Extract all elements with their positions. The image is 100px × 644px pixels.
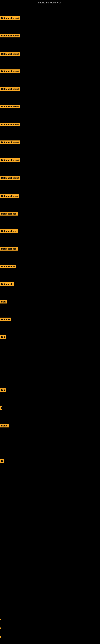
result-bar xyxy=(0,636,1,638)
bottleneck-result-label: Bottleneck result xyxy=(0,105,20,108)
bottleneck-result-label: Bottleneck result xyxy=(0,140,20,144)
result-bar xyxy=(0,619,1,620)
bottleneck-result-label: Bottleneck result xyxy=(0,87,20,91)
bottleneck-result-label: Bottl xyxy=(0,300,7,304)
site-title: TheBottlenecker.com xyxy=(0,0,100,5)
bottleneck-result-label: Bottle xyxy=(0,424,9,428)
bottleneck-result-label: Bottleneck res xyxy=(0,229,18,233)
bottleneck-result-label: Bottleneck re xyxy=(0,265,16,268)
bottleneck-result-label: Bottleneck result xyxy=(0,16,20,20)
bottleneck-result-label: Bottleneck resu xyxy=(0,194,19,198)
bottleneck-result-label: Bottleneck res xyxy=(0,212,18,216)
result-bar xyxy=(0,628,1,629)
bottleneck-result-label: Bot xyxy=(0,335,6,339)
bottleneck-result-label: Bottleneck result xyxy=(0,52,20,56)
bottleneck-result-label: Bottlene xyxy=(0,318,11,321)
bottleneck-result-label: Bo xyxy=(0,459,4,463)
bottleneck-result-label: Bottleneck result xyxy=(0,70,20,73)
bottleneck-result-label: Bottleneck result xyxy=(0,176,20,180)
bottleneck-result-label: Bottleneck result xyxy=(0,34,20,38)
bottleneck-result-label: Bottleneck result xyxy=(0,158,20,162)
bottleneck-result-label: Bottleneck result xyxy=(0,123,20,126)
bottleneck-result-label: B xyxy=(0,406,2,410)
bottleneck-result-label: Bottleneck xyxy=(0,282,14,286)
bottleneck-result-label: Bot xyxy=(0,388,6,392)
bottleneck-result-label: Bottleneck res xyxy=(0,247,18,250)
